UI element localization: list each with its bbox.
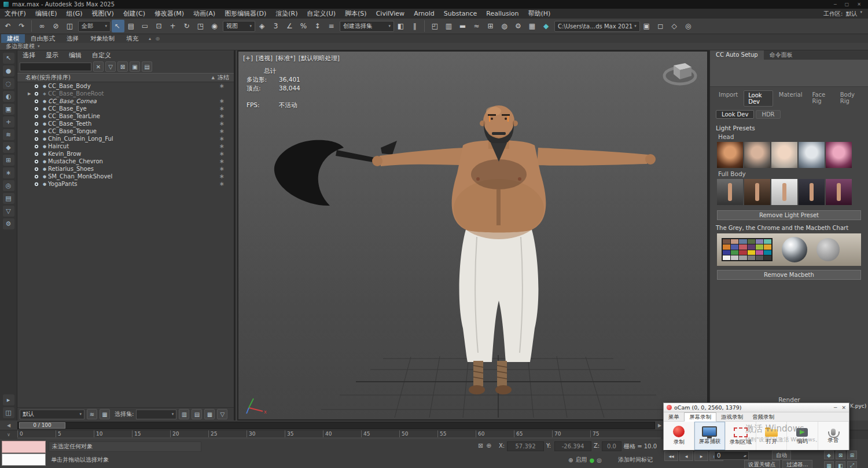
visibility-eye-icon[interactable] [34, 159, 39, 164]
select-and-link-icon[interactable]: ∞ [36, 20, 49, 32]
scene-object-row[interactable]: ▶ ◆ CC_Base_BoneRoot [17, 90, 234, 97]
scene-explorer-toggle-icon[interactable]: ◰ [429, 20, 442, 32]
name-column-header[interactable]: 名称(按升序排序) [25, 74, 71, 82]
strip-bones-icon[interactable]: ◆ [3, 142, 14, 153]
fullscreen-icon[interactable]: ⤢ [847, 461, 857, 468]
scene-object-row[interactable]: ● YogaPants ∗ [17, 180, 234, 188]
footer-icon-4[interactable]: ▤ [192, 409, 202, 419]
viewport-menu-plus[interactable]: [+] [243, 54, 253, 63]
rectangular-selection-icon[interactable]: ▭ [139, 20, 152, 32]
lock-toggle-icon[interactable]: ⊠ [836, 451, 845, 459]
object-name[interactable]: CC_Base_Cornea [48, 98, 97, 104]
tab-cc-auto-setup[interactable]: CC Auto Setup [710, 50, 764, 60]
visibility-eye-icon[interactable] [34, 166, 39, 172]
strip-expand-icon[interactable]: ▸ [3, 394, 14, 405]
macbeth-chart-thumbnail[interactable] [717, 233, 861, 266]
remove-light-preset-button[interactable]: Remove Light Preset [717, 210, 861, 220]
set-key-button[interactable]: 设置关键点 [744, 460, 780, 468]
render-setup-icon[interactable]: ⚙ [513, 20, 525, 32]
strip-shapes-icon[interactable]: ◌ [3, 78, 14, 89]
strip-lights-icon[interactable]: ◐ [3, 91, 14, 102]
object-name[interactable]: YogaPants [48, 181, 78, 187]
viewport-layout-icon[interactable]: ◧ [836, 461, 845, 468]
perspective-viewport[interactable]: [+] [透视] [标准*] [默认明暗处理] 总计 多边形:36,401 顶点… [237, 50, 708, 421]
object-name[interactable]: Kevin_Brow [48, 151, 81, 157]
ribbon-tab[interactable]: 建模 [1, 34, 25, 43]
schematic-view-icon[interactable]: ⊞ [485, 20, 498, 32]
enable-label[interactable]: 启用 [575, 456, 587, 464]
scene-object-row[interactable]: ● CC_Base_Eye ∗ [17, 105, 234, 112]
menu-item[interactable]: Reallusion [481, 9, 523, 19]
add-time-tag[interactable]: 添加时间标记 [618, 456, 653, 464]
ocam-tab-audio-record[interactable]: 音频录制 [748, 413, 779, 421]
frozen-icon[interactable]: ∗ [219, 114, 225, 119]
object-name[interactable]: CC_Base_Body [48, 83, 91, 89]
minimize-button[interactable]: ─ [834, 2, 837, 7]
go-to-start-button[interactable]: ◀◀ [664, 451, 678, 461]
frozen-icon[interactable]: ∗ [219, 106, 225, 112]
list-view-icon[interactable]: ▤ [142, 61, 152, 72]
ribbon-toggle-icon[interactable]: ▬ [457, 20, 470, 32]
track-bar-toggle-icon[interactable]: ∨ [7, 432, 10, 437]
cc-nav-tab[interactable]: Face Rig [808, 90, 834, 107]
current-frame-field[interactable]: 0 [714, 451, 749, 460]
named-selection-sets-icon[interactable]: ≡ [326, 20, 339, 32]
menu-item[interactable]: 动画(A) [189, 9, 220, 19]
lookdev-subtab[interactable]: HDR [756, 110, 780, 119]
menu-item[interactable]: 视图(V) [87, 9, 119, 19]
menu-item[interactable]: 图形编辑器(D) [220, 9, 271, 19]
object-name[interactable]: CC_Base_TearLine [48, 113, 100, 119]
strip-pin-icon[interactable]: ◫ [3, 407, 14, 418]
explorer-column-header[interactable]: 名称(按升序排序) ▲ 冻结 [17, 73, 234, 82]
scene-object-row[interactable]: ● CC_Base_Teeth ∗ [17, 120, 234, 127]
object-name[interactable]: SM_Chan_MonkShovel [48, 173, 112, 180]
frozen-icon[interactable]: ∗ [219, 181, 225, 187]
scene-object-row[interactable]: ● Retiarius_Shoes ∗ [17, 165, 234, 173]
frozen-icon[interactable]: ∗ [219, 144, 225, 149]
spinner-snap-icon[interactable]: ↕ [312, 20, 325, 32]
snapshot-icon[interactable]: ▦ [824, 461, 834, 468]
strip-geometry-icon[interactable]: ● [3, 65, 14, 76]
workspace-icon-2[interactable]: ◇ [669, 20, 682, 32]
visibility-eye-icon[interactable] [34, 136, 39, 142]
maximize-button[interactable]: ▢ [845, 2, 849, 7]
head-preset-pink[interactable] [826, 142, 852, 168]
object-name[interactable]: Haircut [48, 143, 69, 149]
frozen-icon[interactable]: ∗ [219, 159, 225, 164]
layer-explorer-icon[interactable]: ▥ [443, 20, 456, 32]
footer-icon-3[interactable]: ▥ [179, 409, 189, 419]
explorer-menu-item[interactable]: 选择 [17, 51, 41, 60]
mirror-icon[interactable]: ◧ [395, 20, 408, 32]
object-name[interactable]: Chin_Curtain_Long_Ful [48, 136, 113, 142]
z-coordinate-field[interactable]: 0.0 [602, 441, 621, 451]
cc-nav-tab[interactable]: Import [715, 90, 742, 107]
ocam-audio-button[interactable]: 录音 [818, 422, 849, 450]
frozen-icon[interactable]: ∗ [219, 151, 225, 157]
visibility-eye-icon[interactable] [34, 144, 39, 149]
expand-arrow-icon[interactable]: ▶ [28, 92, 34, 96]
ocam-open-button[interactable]: 打开 [756, 422, 787, 450]
scene-object-row[interactable]: ● CC_Base_Cornea ∗ [17, 97, 234, 105]
window-crossing-icon[interactable]: ⊡ [153, 20, 166, 32]
ocam-minimize-button[interactable]: ─ [834, 405, 837, 411]
ribbon-pin-icon[interactable]: ◎ [156, 36, 160, 41]
head-preset-warm[interactable] [717, 142, 743, 168]
strip-settings-icon[interactable]: ⚙ [3, 218, 14, 229]
project-folder-icon[interactable]: ▣ [641, 20, 654, 32]
next-frame-arrow-icon[interactable]: ▶ [658, 423, 661, 428]
ocam-screen-capture-button[interactable]: 屏幕捕获 [694, 422, 725, 450]
object-name[interactable]: Retiarius_Shoes [48, 166, 94, 172]
play-button[interactable]: ▶ [694, 451, 708, 461]
selection-lock-icon[interactable]: ⊠ [478, 442, 483, 449]
strip-cameras-icon[interactable]: ▣ [3, 104, 14, 115]
explorer-menu-item[interactable]: 自定义 [87, 51, 116, 60]
ocam-record-area-button[interactable]: 录制区域 [726, 422, 756, 450]
viewport-menu-view[interactable]: [透视] [256, 54, 273, 63]
prev-frame-button[interactable]: ◀ [679, 451, 693, 461]
frozen-icon[interactable]: ∗ [219, 83, 225, 89]
strip-sort-icon[interactable]: ▤ [3, 193, 14, 204]
menu-item[interactable]: CivilView [372, 9, 409, 19]
view-combo[interactable]: 视图 ▾ [223, 21, 255, 32]
adaptive-degradation-icon[interactable]: ⊕ [568, 457, 573, 463]
ribbon-panel-label[interactable]: 多边形建模 [6, 42, 35, 50]
